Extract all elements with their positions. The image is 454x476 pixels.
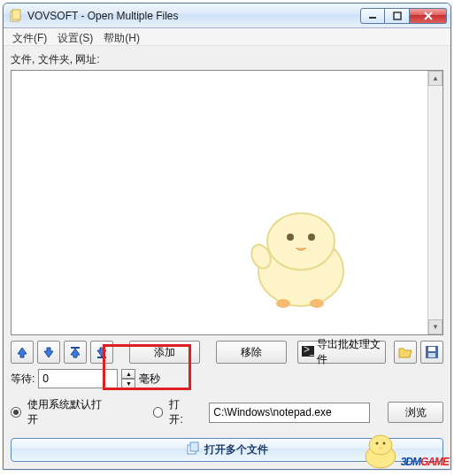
scroll-up-button[interactable]: ▲ [428, 71, 442, 86]
svg-point-12 [310, 299, 324, 308]
minimize-button[interactable] [360, 8, 385, 24]
export-batch-label: 导出批处理文件 [317, 337, 381, 367]
list-label: 文件, 文件夹, 网址: [11, 52, 443, 67]
open-files-label: 打开多个文件 [204, 442, 268, 457]
maximize-button[interactable] [385, 8, 410, 24]
export-batch-button[interactable]: >_ 导出批处理文件 [297, 341, 386, 364]
move-up-button[interactable] [11, 341, 34, 364]
radio-open-with[interactable] [153, 407, 164, 418]
add-button-label: 添加 [154, 345, 175, 360]
svg-point-11 [276, 299, 290, 308]
svg-point-9 [308, 234, 315, 241]
svg-rect-18 [428, 347, 435, 351]
copy-icon [186, 441, 200, 458]
file-list[interactable]: ▲ ▼ [11, 70, 443, 335]
menu-bar: 文件(F) 设置(S) 帮助(H) [4, 28, 450, 46]
remove-button[interactable]: 移除 [216, 341, 287, 364]
browse-button-label: 浏览 [405, 405, 427, 420]
wait-label: 等待: [11, 372, 35, 387]
wait-spinner[interactable]: ▲▼ [121, 369, 135, 388]
mascot-image [239, 193, 363, 317]
client-area: 文件, 文件夹, 网址: ▲ ▼ 添加 移除 >_ [4, 46, 450, 469]
app-icon [9, 9, 23, 23]
scroll-down-button[interactable]: ▼ [428, 319, 442, 334]
open-folder-button[interactable] [394, 341, 417, 364]
radio-system-default[interactable] [11, 407, 21, 418]
app-window: VOVSOFT - Open Multiple Files 文件(F) 设置(S… [3, 3, 451, 470]
close-button[interactable] [410, 8, 447, 24]
svg-rect-19 [428, 353, 435, 357]
menu-help[interactable]: 帮助(H) [98, 30, 145, 43]
toolbar: 添加 移除 >_ 导出批处理文件 [11, 341, 443, 364]
open-method-row: 使用系统默认打开 打开: 浏览 [11, 397, 443, 427]
titlebar[interactable]: VOVSOFT - Open Multiple Files [4, 4, 450, 28]
move-top-button[interactable] [64, 341, 87, 364]
wait-input[interactable] [38, 369, 118, 388]
svg-rect-1 [12, 10, 20, 19]
svg-point-8 [287, 234, 294, 241]
svg-text:>_: >_ [304, 346, 314, 356]
wait-unit-label: 毫秒 [139, 372, 160, 387]
save-button[interactable] [420, 341, 443, 364]
browse-button[interactable]: 浏览 [388, 402, 443, 423]
open-files-button[interactable]: 打开多个文件 [11, 438, 443, 462]
svg-rect-21 [190, 442, 198, 451]
window-buttons [360, 8, 447, 24]
svg-point-7 [267, 213, 335, 270]
radio-system-default-label: 使用系统默认打开 [27, 397, 111, 427]
svg-rect-3 [394, 12, 401, 19]
move-down-button[interactable] [37, 341, 60, 364]
wait-row: 等待: ▲▼ 毫秒 [11, 369, 443, 388]
remove-button-label: 移除 [241, 345, 262, 360]
terminal-icon: >_ [302, 346, 314, 359]
menu-file[interactable]: 文件(F) [7, 30, 52, 43]
program-path-input[interactable] [209, 403, 370, 423]
radio-open-with-label: 打开: [169, 397, 193, 427]
scrollbar[interactable]: ▲ ▼ [427, 71, 442, 334]
spin-up-button[interactable]: ▲ [121, 369, 135, 379]
window-title: VOVSOFT - Open Multiple Files [27, 10, 360, 22]
move-bottom-button[interactable] [90, 341, 113, 364]
spin-down-button[interactable]: ▼ [121, 379, 135, 388]
add-button[interactable]: 添加 [129, 341, 200, 364]
menu-settings[interactable]: 设置(S) [52, 30, 98, 43]
